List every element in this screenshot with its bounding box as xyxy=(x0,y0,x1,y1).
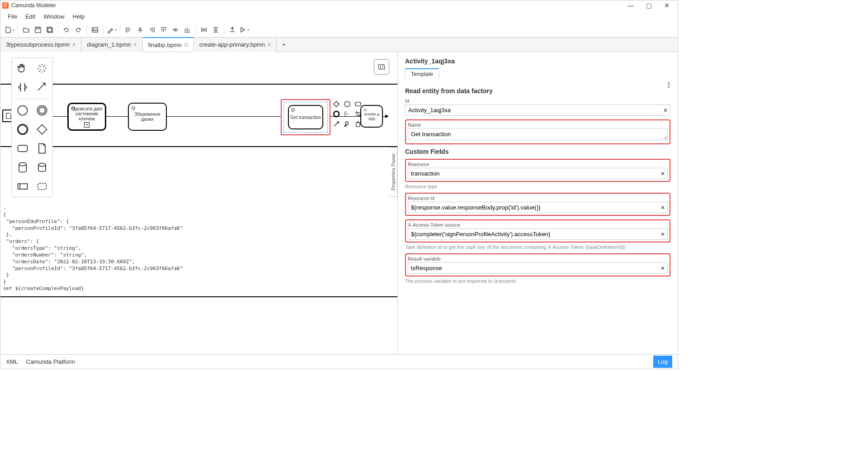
task-tool[interactable] xyxy=(14,141,30,156)
gateway-tool[interactable] xyxy=(34,122,50,137)
close-button[interactable]: ✕ xyxy=(658,0,676,10)
menu-window[interactable]: Window xyxy=(40,12,68,21)
status-xml[interactable]: XML xyxy=(6,358,18,365)
resource-input[interactable] xyxy=(408,168,668,179)
clear-icon[interactable]: ✕ xyxy=(660,265,665,271)
append-end-event-icon[interactable] xyxy=(332,110,340,118)
deploy-button[interactable] xyxy=(227,24,238,35)
align-middle-button[interactable] xyxy=(170,24,181,35)
menu-help[interactable]: Help xyxy=(69,12,89,21)
menu-edit[interactable]: Edit xyxy=(22,12,39,21)
group-tool[interactable] xyxy=(34,179,50,194)
connect-tool[interactable] xyxy=(34,80,50,95)
close-icon[interactable]: × xyxy=(72,42,75,48)
maximize-button[interactable]: ▢ xyxy=(640,0,658,10)
align-right-button[interactable] xyxy=(146,24,157,35)
redo-button[interactable] xyxy=(73,24,84,35)
pool-lane[interactable]: Підписати дані системним ключем + Збереж… xyxy=(0,84,397,147)
task-label: пошук д орд xyxy=(364,112,379,121)
align-left-button[interactable] xyxy=(123,24,134,35)
field-name: Name xyxy=(405,119,670,144)
task-sign-data[interactable]: Підписати дані системним ключем + xyxy=(67,103,106,131)
close-icon[interactable]: × xyxy=(134,42,137,48)
field-resource-id: Resource id ✕ xyxy=(405,193,670,216)
canvas[interactable]: Підписати дані системним ключем + Збереж… xyxy=(0,52,397,354)
new-tab-button[interactable]: + xyxy=(277,41,291,48)
field-hint: Task definition id to get the ceph key o… xyxy=(405,244,670,250)
svg-point-11 xyxy=(19,163,26,166)
clear-icon[interactable]: ✕ xyxy=(663,107,668,114)
align-top-button[interactable] xyxy=(158,24,169,35)
task-save-data[interactable]: Збереження даних xyxy=(128,103,167,131)
field-hint: The process variable to put response to … xyxy=(405,278,670,284)
svg-point-6 xyxy=(18,106,27,115)
dist-v-button[interactable] xyxy=(210,24,221,35)
kebab-menu-icon[interactable] xyxy=(668,82,670,88)
save-all-button[interactable] xyxy=(44,24,55,35)
id-input[interactable] xyxy=(405,105,670,116)
svg-point-12 xyxy=(38,163,45,166)
data-store-tool[interactable] xyxy=(14,160,30,175)
status-platform[interactable]: Camunda Platform xyxy=(26,358,75,365)
save-button[interactable] xyxy=(33,24,43,35)
clear-icon[interactable]: ✕ xyxy=(660,204,665,211)
undo-button[interactable] xyxy=(61,24,72,35)
annotation-icon[interactable] xyxy=(343,110,351,118)
tab-finalbp[interactable]: finalbp.bpmn xyxy=(143,37,194,52)
connect-icon[interactable] xyxy=(332,120,340,128)
field-label: Resource xyxy=(408,162,668,167)
data-object-tool[interactable] xyxy=(34,141,50,156)
task-search-order[interactable]: пошук д орд xyxy=(360,105,383,128)
new-file-button[interactable] xyxy=(4,24,15,35)
color-button[interactable] xyxy=(106,24,117,35)
menu-file[interactable]: File xyxy=(4,12,21,21)
tab-label: 3typessubprocess.bpmn xyxy=(6,41,70,48)
log-button[interactable]: Log xyxy=(653,356,672,368)
tab-label: diagram_1.bpmn xyxy=(87,41,131,48)
clear-icon[interactable]: ✕ xyxy=(660,171,665,177)
task-label: Збереження даних xyxy=(131,112,164,122)
append-event-icon[interactable] xyxy=(343,100,351,108)
subprocess-marker-icon: + xyxy=(84,122,90,128)
tab-3typessubprocess[interactable]: 3typessubprocess.bpmn× xyxy=(0,38,81,52)
task-get-transaction[interactable]: Get transaction xyxy=(288,105,323,129)
hand-tool[interactable] xyxy=(14,61,30,76)
end-event-tool[interactable] xyxy=(14,122,30,137)
name-input[interactable] xyxy=(408,128,668,140)
clear-icon[interactable]: ✕ xyxy=(660,231,665,238)
align-center-button[interactable] xyxy=(135,24,146,35)
resource-id-input[interactable] xyxy=(408,202,668,213)
result-variable-input[interactable] xyxy=(408,262,668,274)
start-event-tool[interactable] xyxy=(14,103,30,118)
minimap-toggle[interactable] xyxy=(374,59,389,75)
context-pad xyxy=(332,100,363,128)
dist-h-button[interactable] xyxy=(198,24,209,35)
subprocess-tool[interactable] xyxy=(34,160,50,175)
align-bottom-button[interactable] xyxy=(182,24,193,35)
lasso-tool[interactable] xyxy=(34,61,50,76)
bpmn-diagram: Підписати дані системним ключем + Збереж… xyxy=(0,84,397,147)
open-button[interactable] xyxy=(21,24,32,35)
minimize-button[interactable]: — xyxy=(622,0,640,10)
space-tool[interactable] xyxy=(14,80,30,95)
intermediate-event-tool[interactable] xyxy=(34,103,50,118)
close-icon[interactable]: × xyxy=(268,42,271,48)
delete-icon[interactable] xyxy=(354,120,362,128)
image-button[interactable] xyxy=(90,24,100,35)
append-task-icon[interactable] xyxy=(354,100,362,108)
tabs-bar: 3typessubprocess.bpmn× diagram_1.bpmn× f… xyxy=(0,38,678,52)
tab-create-app-primary[interactable]: create-app-primary.bpmn× xyxy=(194,38,277,52)
field-label: X-Access-Token source xyxy=(408,222,668,228)
svg-rect-0 xyxy=(35,27,41,33)
text-annotation[interactable]: - { "personEduProfile": { "personProfile… xyxy=(3,205,183,292)
tab-diagram1[interactable]: diagram_1.bpmn× xyxy=(81,38,143,52)
properties-panel-toggle[interactable]: Properties Panel xyxy=(389,147,397,197)
x-access-token-input[interactable] xyxy=(408,228,668,240)
tab-template[interactable]: Template xyxy=(405,68,439,79)
run-button[interactable] xyxy=(239,24,250,35)
svg-point-20 xyxy=(334,111,339,117)
append-gateway-icon[interactable] xyxy=(332,100,340,108)
change-type-icon[interactable] xyxy=(354,110,362,118)
participant-tool[interactable] xyxy=(14,179,30,194)
wrench-icon[interactable] xyxy=(343,120,351,128)
